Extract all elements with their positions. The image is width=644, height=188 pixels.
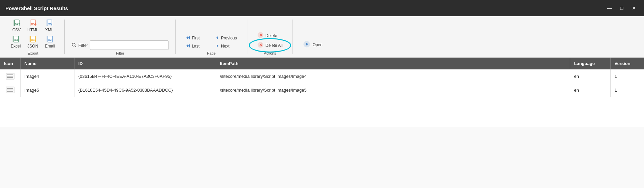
svg-text:CSV: CSV [15,23,20,25]
minimize-button[interactable]: — [605,3,614,13]
svg-marker-23 [186,44,188,48]
window-title: PowerShell Script Results [5,5,68,11]
json-icon: JSON [29,36,36,43]
delete-all-label: Delete All [266,43,283,48]
open-label: Open [312,42,322,47]
svg-text:XML: XML [48,23,52,25]
cell-version: 1 [610,69,644,83]
last-icon [186,43,190,49]
actions-buttons: ✕ Delete ✕ Delete All [254,31,286,50]
cell-language: en [570,83,610,97]
previous-button[interactable]: Previous [212,34,240,42]
page-group-label: Page [182,50,240,55]
svg-text:✕: ✕ [259,33,262,37]
cell-icon [0,69,20,83]
table-body: Image4{03615B4F-FF4C-4EEA-A110-E7A3C3F6A… [0,69,644,97]
toolbar: CSV CSV HTML HTML [0,16,644,58]
previous-icon [215,35,220,41]
svg-line-19 [75,46,76,47]
delete-all-button[interactable]: ✕ Delete All [254,41,286,50]
search-icon [71,42,77,48]
svg-text:JSON: JSON [31,39,36,41]
first-button[interactable]: First [182,34,211,42]
json-button[interactable]: JSON JSON [25,34,41,50]
cell-id: {03615B4F-FF4C-4EEA-A110-E7A3C3F6AF95} [74,69,216,83]
row-icon [6,73,14,80]
open-icon [303,40,310,49]
divider-4 [293,20,293,54]
export-group-label: Export [8,50,58,55]
svg-marker-22 [216,36,218,39]
first-icon [186,35,190,41]
filter-group: Filter Filter [66,18,174,55]
maximize-button[interactable]: □ [617,3,626,13]
divider-3 [247,20,247,54]
filter-input[interactable] [90,40,168,50]
html-label: HTML [27,28,38,32]
csv-button[interactable]: CSV CSV [10,18,24,34]
svg-text:✕: ✕ [259,43,262,47]
last-button[interactable]: Last [182,42,211,50]
export-buttons-row: CSV CSV HTML HTML [10,18,56,34]
email-icon: Mail [46,36,54,43]
xml-button[interactable]: XML XML [42,18,56,34]
xml-icon: XML [45,20,53,27]
excel-icon: XLS [12,36,20,43]
cell-itempath: /sitecore/media library/Script Images/Im… [216,69,570,83]
column-header-id: ID [74,58,216,69]
previous-label: Previous [221,36,237,40]
delete-label: Delete [266,33,277,38]
column-header-itempath: ItemPath [216,58,570,69]
divider-1 [64,20,65,54]
last-label: Last [192,44,200,49]
export-group: CSV CSV HTML HTML [3,18,63,55]
next-label: Next [221,44,229,49]
html-button[interactable]: HTML HTML [25,18,41,34]
page-buttons: First Previous [182,34,240,50]
table-row: Image4{03615B4F-FF4C-4EEA-A110-E7A3C3F6A… [0,69,644,83]
filter-group-label: Filter [71,50,168,55]
svg-marker-24 [188,44,190,48]
delete-icon: ✕ [257,32,264,39]
svg-text:Mail: Mail [48,39,52,41]
csv-label: CSV [12,28,21,32]
close-button[interactable]: ✕ [629,3,639,13]
next-button[interactable]: Next [212,42,240,50]
email-button[interactable]: Mail Email [42,34,58,50]
filter-label-icon: Filter [71,42,88,48]
title-bar-left: PowerShell Script Results [5,5,68,11]
column-header-version: Version [610,58,644,69]
cell-name: Image4 [20,69,74,83]
cell-language: en [570,69,610,83]
next-icon [215,43,220,49]
export-buttons-row2: XLS Excel JSON JSON [8,34,58,50]
csv-icon: CSV [13,20,20,27]
html-icon: HTML [29,20,37,27]
column-header-language: Language [570,58,610,69]
divider-2 [175,20,176,54]
cell-itempath: /sitecore/media library/Script Images/Im… [216,83,570,97]
svg-marker-20 [186,36,188,39]
filter-text: Filter [78,43,88,48]
excel-button[interactable]: XLS Excel [8,34,23,50]
open-button[interactable]: Open [300,39,326,50]
window: PowerShell Script Results — □ ✕ CSV [0,0,644,188]
row-icon [6,87,14,93]
svg-marker-21 [188,36,190,39]
cell-icon [0,83,20,97]
svg-point-18 [72,43,75,46]
table-header-row: Icon Name ID ItemPath Language Version [0,58,644,69]
json-label: JSON [27,44,38,49]
title-bar: PowerShell Script Results — □ ✕ [0,0,644,16]
title-bar-controls: — □ ✕ [605,3,639,13]
svg-text:HTML: HTML [31,23,37,25]
page-group: First Previous [177,18,245,55]
open-group-label [300,50,326,55]
xml-label: XML [45,28,54,32]
open-group: Open [294,18,331,55]
filter-row: Filter [71,40,168,50]
cell-id: {B1618E54-45D4-49C6-9A52-0383BAAADDCC} [74,83,216,97]
column-header-name: Name [20,58,74,69]
first-label: First [192,36,200,40]
delete-button[interactable]: ✕ Delete [254,31,286,40]
